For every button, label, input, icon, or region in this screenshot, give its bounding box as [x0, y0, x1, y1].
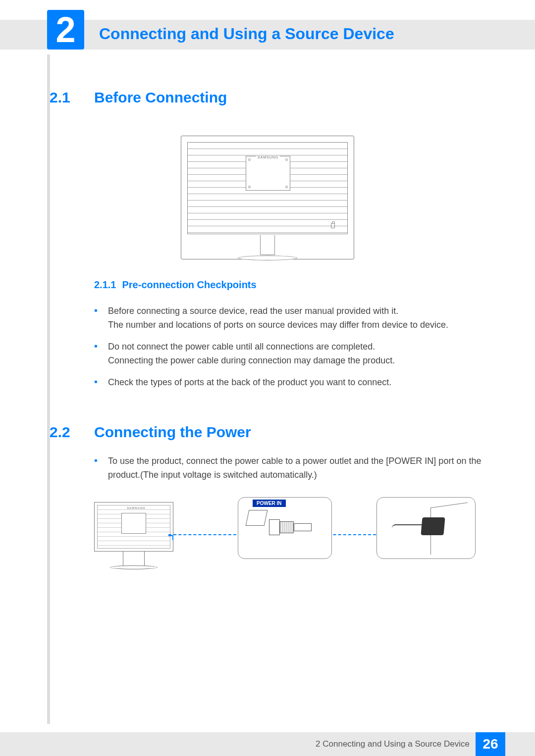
power-connection-illustration: SAMSUNG POWER IN [94, 497, 476, 581]
section-number: 2.2 [50, 424, 94, 441]
wall-outlet-panel [376, 497, 476, 559]
bullet-icon: • [94, 340, 108, 368]
power-in-socket-icon [246, 510, 268, 526]
list-item: • Check the types of ports at the back o… [94, 376, 485, 390]
page-number: 26 [476, 732, 505, 756]
checkpoints-list: • Before connecting a source device, rea… [94, 304, 485, 389]
footer-text: 2 Connecting and Using a Source Device [316, 739, 470, 749]
page-footer: 2 Connecting and Using a Source Device 2… [0, 732, 535, 756]
kensington-lock-icon [331, 223, 335, 228]
brand-label: SAMSUNG [126, 506, 146, 509]
chapter-title: Connecting and Using a Source Device [99, 25, 394, 43]
list-item-text: Before connecting a source device, read … [108, 304, 485, 332]
power-cable-plug-icon [269, 518, 314, 536]
section-number: 2.1 [50, 89, 94, 106]
page-content: 2.1 Before Connecting SAMSUNG 2.1.1 Pre-… [50, 89, 485, 581]
power-list: • To use the product, connect the power … [94, 454, 485, 482]
brand-label: SAMSUNG [256, 155, 280, 159]
section-title: Before Connecting [94, 89, 227, 106]
list-item-text: Do not connect the power cable until all… [108, 340, 485, 368]
subsection-title: Pre-connection Checkpoints [122, 279, 256, 291]
list-item: • Do not connect the power cable until a… [94, 340, 485, 368]
monitor-icon: SAMSUNG [94, 502, 178, 571]
subsection-2-1-1-heading: 2.1.1 Pre-connection Checkpoints [94, 279, 485, 291]
subsection-number: 2.1.1 [94, 279, 116, 291]
list-item: • To use the product, connect the power … [94, 454, 485, 482]
chapter-number-box: 2 [47, 10, 84, 50]
bullet-icon: • [94, 304, 108, 332]
power-in-label: POWER IN [253, 500, 286, 507]
monitor-rear-illustration: SAMSUNG [181, 136, 354, 259]
bullet-icon: • [94, 376, 108, 390]
list-item-text: To use the product, connect the power ca… [108, 454, 485, 482]
bullet-icon: • [94, 454, 108, 482]
wall-plug-icon [407, 517, 446, 537]
section-title: Connecting the Power [94, 424, 251, 441]
section-2-1-heading: 2.1 Before Connecting [50, 89, 485, 106]
list-item: • Before connecting a source device, rea… [94, 304, 485, 332]
list-item-text: Check the types of ports at the back of … [108, 376, 485, 390]
section-2-2-heading: 2.2 Connecting the Power [50, 424, 485, 441]
